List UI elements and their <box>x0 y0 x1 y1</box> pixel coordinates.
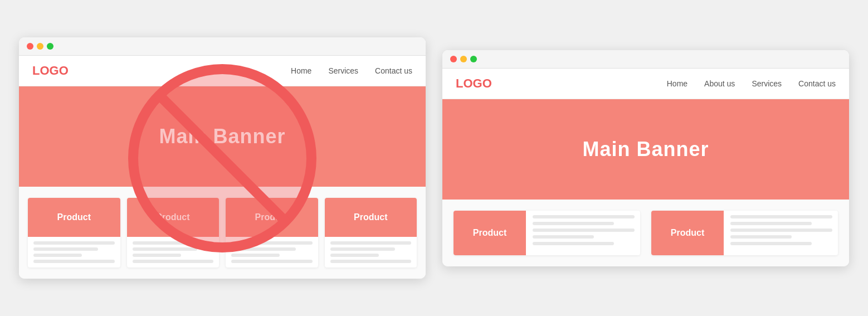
line <box>730 229 832 232</box>
line <box>231 260 313 263</box>
line <box>730 215 832 218</box>
nav-links-good: Home About us Services Contact us <box>667 79 836 89</box>
nav-item-contact-bad[interactable]: Contact us <box>375 66 412 76</box>
line <box>330 241 412 245</box>
product-lines-2 <box>127 237 220 268</box>
product-image-good-2: Product <box>651 211 724 255</box>
nav-item-services-bad[interactable]: Services <box>328 66 358 76</box>
line <box>330 254 379 257</box>
line <box>231 247 296 251</box>
main-banner-good: Main Banner <box>442 99 849 200</box>
line <box>231 254 280 257</box>
product-label-4: Product <box>354 212 387 222</box>
line <box>133 241 214 245</box>
logo-bad: LOGO <box>32 64 69 78</box>
good-example-window: LOGO Home About us Services Contact us M… <box>442 50 849 266</box>
logo-good: LOGO <box>456 76 492 91</box>
line <box>33 260 115 263</box>
line <box>533 215 635 218</box>
product-label-good-2: Product <box>671 228 704 238</box>
line <box>231 241 313 245</box>
nav-item-home-bad[interactable]: Home <box>291 66 311 76</box>
product-card-2: Product <box>127 198 220 268</box>
line <box>33 247 98 251</box>
product-card-1: Product <box>28 198 120 268</box>
dot-green-good <box>470 56 477 62</box>
product-card-3: Product <box>226 198 318 268</box>
product-lines-4 <box>325 237 417 268</box>
nav-bar-bad: LOGO Home Services Contact us <box>19 56 426 86</box>
dot-red <box>27 43 33 50</box>
product-image-2: Product <box>127 198 220 237</box>
product-label-1: Product <box>57 212 91 222</box>
product-image-4: Product <box>325 198 417 237</box>
nav-bar-good: LOGO Home About us Services Contact us <box>442 69 849 99</box>
product-image-good-1: Product <box>453 211 526 255</box>
line <box>133 247 197 251</box>
nav-links-bad: Home Services Contact us <box>291 66 412 76</box>
nav-item-home-good[interactable]: Home <box>667 79 687 89</box>
nav-item-about-good[interactable]: About us <box>704 79 735 89</box>
dot-yellow-good <box>460 56 467 62</box>
dot-red-good <box>450 56 457 62</box>
line <box>330 260 412 263</box>
product-label-2: Product <box>156 212 189 222</box>
banner-title-bad: Main Banner <box>159 125 285 148</box>
main-banner-bad: Main Banner <box>19 86 426 187</box>
dot-yellow <box>37 43 43 50</box>
product-card-4: Product <box>325 198 417 268</box>
product-image-3: Product <box>226 198 318 237</box>
line <box>730 222 812 225</box>
line <box>33 254 82 257</box>
line <box>730 242 812 245</box>
product-lines-1 <box>28 237 120 268</box>
title-bar-good <box>442 50 849 69</box>
product-lines-good-1 <box>533 211 640 255</box>
banner-title-good: Main Banner <box>582 138 709 161</box>
line <box>533 235 594 239</box>
line <box>730 235 792 239</box>
line <box>533 242 614 245</box>
product-lines-good-2 <box>730 211 838 255</box>
product-lines-3 <box>226 237 318 268</box>
line <box>330 247 395 251</box>
title-bar-bad <box>19 37 426 56</box>
product-label-good-1: Product <box>473 228 506 238</box>
line <box>533 222 614 225</box>
products-section-good: Product Product <box>442 200 849 266</box>
product-card-good-2: Product <box>651 211 838 255</box>
product-image-1: Product <box>28 198 120 237</box>
dot-green <box>47 43 53 50</box>
bad-example-window: LOGO Home Services Contact us Main Banne… <box>19 37 426 279</box>
line <box>133 260 214 263</box>
nav-item-contact-good[interactable]: Contact us <box>798 79 836 89</box>
products-section-bad: Product Product Product <box>19 187 426 279</box>
line <box>33 241 115 245</box>
product-label-3: Product <box>255 212 289 222</box>
product-card-good-1: Product <box>453 211 640 255</box>
nav-item-services-good[interactable]: Services <box>752 79 782 89</box>
line <box>133 254 181 257</box>
line <box>533 229 635 232</box>
